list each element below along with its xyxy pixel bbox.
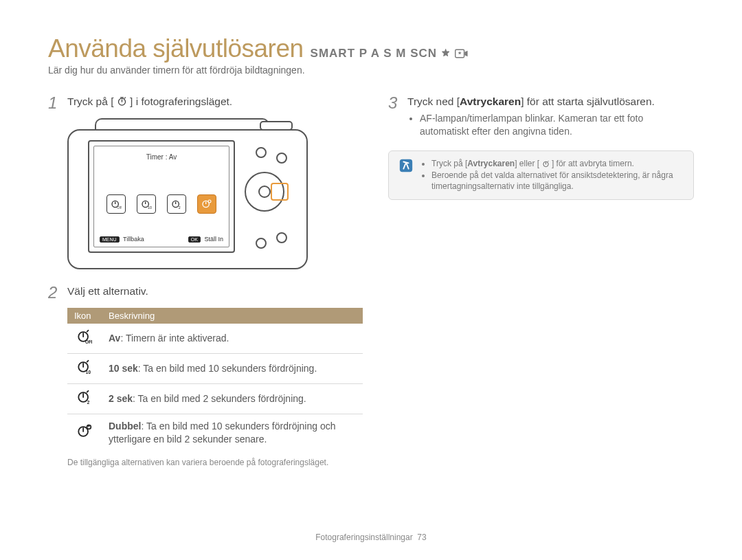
page-subtitle: Lär dig hur du använder timern för att f… xyxy=(48,65,694,76)
row-bold: 2 sek xyxy=(109,393,133,404)
table-cell: Av: Timern är inte aktiverad. xyxy=(102,324,363,353)
page-title: Använda självutlösaren xyxy=(48,34,304,63)
camera-back-label: Tillbaka xyxy=(123,236,144,243)
video-star-icon xyxy=(455,49,469,58)
svg-text:OFF: OFF xyxy=(117,205,122,210)
camera-dpad-highlight xyxy=(271,183,289,201)
page-title-row: Använda självutlösaren SMART P A S M SCN xyxy=(48,34,694,63)
timer-2-icon: 2 xyxy=(67,383,102,414)
step-3: 3 Tryck ned [Avtryckaren] för att starta… xyxy=(388,95,694,138)
camera-option-2s: 2 xyxy=(167,194,186,214)
row-bold: Dubbel xyxy=(109,421,141,432)
left-column: 1 Tryck på [ ] i fotograferingsläget. xyxy=(48,95,354,467)
footer-page-number: 73 xyxy=(417,533,426,542)
step-text: Välj ett alternativ. xyxy=(67,284,148,301)
camera-screen-title: Timer : Av xyxy=(94,153,229,161)
row-text: : Ta en bild med 10 sekunders fördröjnin… xyxy=(138,363,317,374)
star-filled-icon xyxy=(440,48,451,59)
svg-text:10: 10 xyxy=(86,370,91,374)
info-icon xyxy=(398,158,415,192)
step3-post: ] för att starta självutlösaren. xyxy=(521,96,655,107)
right-column: 3 Tryck ned [Avtryckaren] för att starta… xyxy=(388,95,694,467)
table-header-desc: Beskrivning xyxy=(102,308,363,324)
camera-option-10s: 10 xyxy=(137,194,156,214)
info1-mid: ] eller [ xyxy=(515,159,539,168)
row-text: : Ta en bild med 10 sekunders fördröjnin… xyxy=(109,421,335,445)
mode-text: SMART P A S M SCN xyxy=(311,47,438,60)
timer-10-icon: 10 xyxy=(67,353,102,383)
step-2: 2 Välj ett alternativ. xyxy=(48,284,354,301)
footer-section: Fotograferingsinställningar xyxy=(315,533,412,542)
timer-double-icon xyxy=(67,414,102,451)
svg-text:2: 2 xyxy=(87,400,90,405)
table-row: OFF Av: Timern är inte aktiverad. xyxy=(67,324,363,353)
step-number: 3 xyxy=(388,95,401,138)
svg-rect-18 xyxy=(400,159,412,172)
info1-bold: Avtryckaren xyxy=(467,159,515,168)
step1-post: ] i fotograferingsläget. xyxy=(130,96,232,107)
menu-key-icon: MENU xyxy=(100,236,120,243)
step3-pre: Tryck ned [ xyxy=(407,96,460,107)
camera-illustration: Timer : Av OFF 10 2 xyxy=(67,118,354,269)
step-1: 1 Tryck på [ ] i fotograferingsläget. xyxy=(48,95,354,111)
page-footer: Fotograferingsinställningar 73 xyxy=(0,533,742,542)
info-box: Tryck på [Avtryckaren] eller [ ] för att… xyxy=(388,150,694,200)
info1-pre: Tryck på [ xyxy=(431,159,467,168)
info-line-2: Beroende på det valda alternativet för a… xyxy=(431,170,684,193)
table-row: Dubbel: Ta en bild med 10 sekunders förd… xyxy=(67,414,363,451)
row-bold: Av xyxy=(109,333,120,344)
step-text: Tryck på [ ] i fotograferingsläget. xyxy=(67,95,232,111)
svg-text:OFF: OFF xyxy=(85,339,92,344)
step-number: 2 xyxy=(48,284,60,301)
table-cell: 10 sek: Ta en bild med 10 sekunders förd… xyxy=(102,353,363,383)
row-bold: 10 sek xyxy=(109,363,138,374)
table-cell: 2 sek: Ta en bild med 2 sekunders fördrö… xyxy=(102,383,363,414)
info-line-1: Tryck på [Avtryckaren] eller [ ] för att… xyxy=(431,158,684,170)
table-cell: Dubbel: Ta en bild med 10 sekunders förd… xyxy=(102,414,363,451)
row-text: : Timern är inte aktiverad. xyxy=(120,333,229,344)
info1-post: ] för att avbryta timern. xyxy=(552,159,634,168)
step3-bold: Avtryckaren xyxy=(460,96,521,107)
mode-list: SMART P A S M SCN xyxy=(311,47,469,60)
manual-page: Använda självutlösaren SMART P A S M SCN… xyxy=(0,0,742,560)
svg-text:10: 10 xyxy=(148,205,152,210)
options-table: Ikon Beskrivning OFF Av: Timern är inte … xyxy=(67,308,363,451)
svg-point-9 xyxy=(208,200,211,203)
content-columns: 1 Tryck på [ ] i fotograferingsläget. xyxy=(48,95,694,467)
step3-bullet: AF-lampan/timerlampan blinkar. Kameran t… xyxy=(420,112,694,138)
step1-pre: Tryck på [ xyxy=(67,96,113,107)
camera-option-row: OFF 10 2 xyxy=(101,194,222,214)
camera-set: OK Ställ In xyxy=(188,236,223,243)
table-header-icon: Ikon xyxy=(67,308,102,324)
ok-key-icon: OK xyxy=(188,236,201,243)
timer-off-icon: OFF xyxy=(67,324,102,353)
svg-text:2: 2 xyxy=(179,205,181,210)
step-text: Tryck ned [Avtryckaren] för att starta s… xyxy=(407,95,694,138)
camera-option-off: OFF xyxy=(106,194,126,214)
row-text: : Ta en bild med 2 sekunders fördröjning… xyxy=(133,393,306,404)
timer-icon xyxy=(117,96,127,107)
info-content: Tryck på [Avtryckaren] eller [ ] för att… xyxy=(422,158,684,192)
camera-option-double xyxy=(197,194,216,214)
table-row: 10 10 sek: Ta en bild med 10 sekunders f… xyxy=(67,353,363,383)
table-row: 2 2 sek: Ta en bild med 2 sekunders förd… xyxy=(67,383,363,414)
table-footnote: De tillgängliga alternativen kan variera… xyxy=(67,458,354,467)
step-number: 1 xyxy=(48,95,60,111)
timer-icon xyxy=(542,160,550,168)
camera-set-label: Ställ In xyxy=(204,236,223,243)
camera-back: MENU Tillbaka xyxy=(100,236,144,243)
